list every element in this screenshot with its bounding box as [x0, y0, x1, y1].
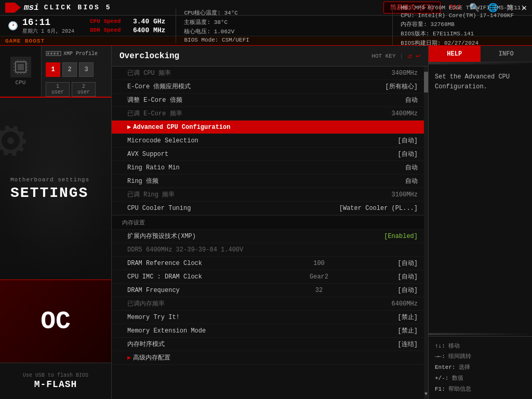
cpu-icon: [10, 57, 31, 77]
tab-info[interactable]: INFO: [481, 46, 533, 62]
setting-row-dram-ref[interactable]: DRAM Reference Clock 100 [自动]: [112, 257, 428, 270]
settings-title: SETTINGS: [10, 185, 88, 201]
setting-value-mem-ext: [禁止]: [335, 326, 418, 335]
bios-mode: BIOS Mode: CSM/UEFI: [184, 37, 249, 43]
setting-row-ecore-mode[interactable]: E-Core 倍频应用模式 [所有核心]: [112, 80, 428, 94]
setting-row-ring-min[interactable]: Ring Ratio Min 自动: [112, 161, 428, 175]
msi-logo-icon: [5, 3, 21, 13]
memory-settings-label: 内存设置: [122, 219, 145, 227]
setting-name-microcode: Microcode Selection: [127, 137, 335, 144]
svg-rect-16: [50, 52, 52, 55]
scrollbar-track[interactable]: ▼: [424, 66, 428, 399]
setting-row-mem-ext[interactable]: Memory Extension Mode [禁止]: [112, 324, 428, 338]
arrow-adv-mem: ▶: [127, 354, 131, 362]
setting-row-ddr5-info[interactable]: DDR5 6400MHz 32-39-39-84 1.400V: [112, 243, 428, 257]
xmp-btn-3[interactable]: 3: [79, 62, 94, 77]
setting-value-avx: [自动]: [335, 150, 418, 158]
setting-value-imc-dram: [自动]: [335, 272, 418, 281]
clock-icon: 🕐: [8, 21, 18, 31]
cpu-speed-value: 3.40 GHz: [133, 18, 165, 25]
setting-extra-dram-ref: 100: [303, 260, 335, 267]
oc-label: OC: [41, 308, 71, 336]
left-sidebar: CPU XMP Profile 1 2 3: [0, 46, 112, 399]
oc-section[interactable]: OC: [0, 280, 111, 363]
setting-row-timing-mode[interactable]: 内存时序模式 [连结]: [112, 338, 428, 351]
setting-value-microcode: [自动]: [335, 136, 418, 145]
settings-list[interactable]: 已调 CPU 频率 3400MHz E-Core 倍频应用模式 [所有核心] 调…: [112, 66, 428, 399]
setting-value-xmp: [Enabled]: [335, 233, 418, 240]
setting-row-avx[interactable]: AVX Support [自动]: [112, 148, 428, 161]
right-tabs: HELP INFO: [429, 46, 532, 62]
setting-row-adv-mem[interactable]: ▶ 高级内存配置: [112, 351, 428, 365]
setting-row-adv-cpu[interactable]: ▶ Advanced CPU Configuration: [112, 121, 428, 134]
setting-name-xmp: 扩展内存预设技术(XMP): [127, 232, 335, 241]
setting-value-ecore-adj: 自动: [335, 96, 418, 104]
xmp-user-btn-2[interactable]: 2user: [72, 82, 96, 97]
date-display: 星期六 1 6月, 2024: [22, 28, 74, 35]
setting-extra-imc-dram: Gear2: [303, 273, 335, 281]
setting-name-cooler: CPU Cooler Tuning: [127, 205, 335, 212]
hotkey-area: HOT KEY | ↺ ↩: [371, 51, 420, 60]
setting-row-xmp[interactable]: 扩展内存预设技术(XMP) [Enabled]: [112, 230, 428, 243]
setting-row-dram-freq[interactable]: DRAM Frequency 32 [自动]: [112, 284, 428, 297]
svg-rect-15: [47, 52, 49, 55]
setting-name-ring-min: Ring Ratio Min: [127, 164, 335, 171]
main-area: CPU XMP Profile 1 2 3: [0, 46, 532, 399]
footer-row-2: →←: 组间跳转: [435, 351, 526, 362]
logo: msi CLICK BIOS 5: [5, 3, 111, 13]
xmp-user-btn-1[interactable]: 1user: [46, 82, 70, 97]
setting-name-ecore-adj: 调整 E-Core 倍频: [127, 96, 335, 104]
tab-help[interactable]: HELP: [429, 46, 481, 62]
footer-row-5: F1: 帮助信息: [435, 384, 526, 395]
cpu-temp: CPU核心温度: 34°C: [184, 9, 249, 17]
xmp-area: CPU XMP Profile 1 2 3: [0, 46, 111, 98]
setting-value-ecore-mode: [所有核心]: [335, 82, 418, 91]
setting-row-mem-try[interactable]: Memory Try It! [禁止]: [112, 311, 428, 324]
setting-row-microcode[interactable]: Microcode Selection [自动]: [112, 134, 428, 148]
right-help-content: Set the Advanced CPU Configuration.: [429, 64, 532, 333]
setting-row-cooler[interactable]: CPU Cooler Tuning [Water Cooler (PL...]: [112, 202, 428, 215]
setting-name-ring-ratio: Ring 倍频: [127, 177, 335, 185]
setting-row-ring-freq[interactable]: 已调 Ring 频率 3100MHz: [112, 188, 428, 202]
footer-row-4: +/-: 数值: [435, 373, 526, 384]
xmp-btn-2[interactable]: 2: [62, 62, 77, 77]
setting-row-ecore-adj[interactable]: 调整 E-Core 倍频 自动: [112, 94, 428, 107]
reset-icon[interactable]: ↺: [407, 51, 411, 60]
xmp-btn-1[interactable]: 1: [46, 62, 60, 77]
setting-value-ecore-freq: 3400MHz: [335, 110, 418, 117]
setting-name-imc-dram: CPU IMC : DRAM Clock: [127, 273, 303, 281]
setting-row-mem-freq[interactable]: 已调内存频率 6400MHz: [112, 297, 428, 311]
settings-section[interactable]: ⚙ Motherboard settings SETTINGS: [0, 98, 111, 280]
svg-rect-17: [54, 52, 56, 55]
setting-name-dram-ref: DRAM Reference Clock: [127, 260, 303, 267]
setting-value-timing-mode: [连结]: [335, 340, 418, 349]
setting-row-cpu-freq[interactable]: 已调 CPU 频率 3400MHz: [112, 66, 428, 80]
setting-row-ring-ratio[interactable]: Ring 倍频 自动: [112, 175, 428, 188]
xmp-buttons: 1 2 3: [46, 62, 107, 77]
setting-row-ecore-freq[interactable]: 已调 E-Core 频率 3400MHz: [112, 107, 428, 121]
setting-value-ring-freq: 3100MHz: [335, 191, 418, 198]
ram-info: 内存容量: 32768MB: [401, 20, 524, 28]
back-icon[interactable]: ↩: [416, 51, 420, 60]
voltage: 核心电压: 1.062V: [184, 28, 249, 35]
right-footer: ↑↓: 移动 →←: 组间跳转 Enter: 选择 +/-: 数值 F1: 帮助…: [429, 336, 532, 399]
clock-section: 🕐 16:11 星期六 1 6月, 2024: [8, 17, 74, 35]
setting-name-adv-mem: 高级内存配置: [133, 353, 418, 362]
cpu-box[interactable]: CPU: [0, 46, 42, 97]
mflash-section[interactable]: Use USB to flash BIOS M-FLASH: [0, 363, 111, 399]
svg-rect-1: [18, 64, 24, 70]
scrollbar-thumb[interactable]: [424, 72, 428, 92]
mb-temp: 主板温度: 38°C: [184, 18, 249, 26]
setting-row-imc-dram[interactable]: CPU IMC : DRAM Clock Gear2 [自动]: [112, 270, 428, 284]
oc-title: Overclocking: [119, 51, 179, 61]
status-bar: 🕐 16:11 星期六 1 6月, 2024 CPU Speed 3.40 GH…: [0, 16, 532, 36]
right-panel: HELP INFO Set the Advanced CPU Configura…: [428, 46, 532, 399]
cpu-speed-label: CPU Speed: [90, 18, 129, 24]
scroll-down-arrow[interactable]: ▼: [424, 389, 428, 399]
footer-row-3: Enter: 选择: [435, 362, 526, 373]
xmp-user-buttons: 1user 2user: [46, 82, 107, 97]
setting-name-mem-ext: Memory Extension Mode: [127, 327, 335, 335]
setting-extra-dram-freq: 32: [303, 287, 335, 294]
cpu-info: CPU: Intel(R) Core(TM) i7-14700KF: [401, 12, 524, 19]
logo-text: CLICK BIOS 5: [44, 4, 112, 11]
